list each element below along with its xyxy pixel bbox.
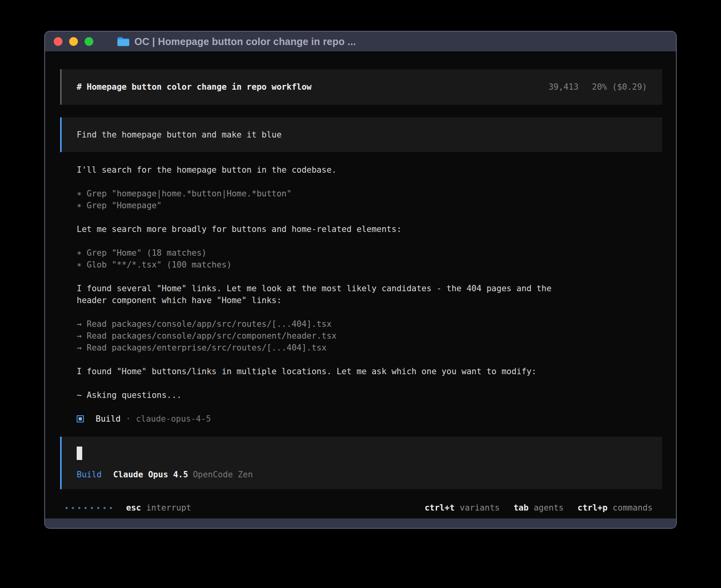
agent-badge: Build · claude-opus-4-5 xyxy=(77,413,662,425)
blank-line xyxy=(77,377,662,389)
assistant-text-line: ~ Asking questions... xyxy=(77,389,662,401)
composer-provider-label: OpenCode Zen xyxy=(193,469,253,481)
composer-model-label: Claude Opus 4.5 xyxy=(113,469,188,481)
status-bar: esc interrupt ctrl+t variants tab agents… xyxy=(66,502,662,514)
shortcut-key: ctrl+t xyxy=(425,502,455,514)
token-count: 39,413 xyxy=(549,81,579,93)
titlebar-title-group: OC | Homepage button color change in rep… xyxy=(117,36,356,47)
tool-call-line: → Read packages/console/app/src/routes/[… xyxy=(77,318,662,330)
composer-status-line: Build Claude Opus 4.5 OpenCode Zen xyxy=(77,469,647,481)
tool-call-line: ∗ Glob "**/*.tsx" (100 matches) xyxy=(77,259,662,271)
spinner-dots xyxy=(66,507,112,509)
agent-square-icon xyxy=(77,415,84,422)
assistant-text-line: I'll search for the homepage button in t… xyxy=(77,164,662,176)
spinner-dot xyxy=(85,507,87,509)
shortcut-action: variants xyxy=(460,502,500,514)
conversation: I'll search for the homepage button in t… xyxy=(77,164,662,413)
shortcut-key: ctrl+p xyxy=(578,502,608,514)
assistant-text-line: I found several "Home" links. Let me loo… xyxy=(77,283,662,294)
esc-key-hint: esc xyxy=(126,502,141,514)
shortcut-key: tab xyxy=(513,502,528,514)
shortcut-action: agents xyxy=(534,502,564,514)
status-bar-left: esc interrupt xyxy=(66,502,191,514)
esc-action-hint: interrupt xyxy=(146,502,191,514)
tool-call-line: → Read packages/enterprise/src/routes/[.… xyxy=(77,342,662,354)
window-title: OC | Homepage button color change in rep… xyxy=(134,36,356,47)
tool-call-line: → Read packages/console/app/src/componen… xyxy=(77,330,662,342)
shortcut-action: commands xyxy=(613,502,653,514)
spinner-dot xyxy=(91,507,93,509)
agent-badge-separator: · xyxy=(126,413,131,425)
text-cursor xyxy=(77,447,82,460)
tool-call-line: ∗ Grep "Homepage" xyxy=(77,200,662,211)
spinner-dot xyxy=(104,507,106,509)
terminal-window: OC | Homepage button color change in rep… xyxy=(44,31,677,529)
window-footer-strip xyxy=(45,518,676,528)
session-cost: ($0.29) xyxy=(612,81,647,93)
assistant-text-line: I found "Home" buttons/links in multiple… xyxy=(77,366,662,377)
folder-icon xyxy=(117,36,130,47)
user-message: Find the homepage button and make it blu… xyxy=(60,117,662,152)
prompt-input[interactable]: Build Claude Opus 4.5 OpenCode Zen xyxy=(60,437,662,489)
shortcut-agents: tab agents xyxy=(513,502,564,514)
terminal-content: # Homepage button color change in repo w… xyxy=(45,51,676,518)
context-percent: 20% xyxy=(592,81,607,93)
assistant-text-line: Let me search more broadly for buttons a… xyxy=(77,223,662,235)
user-message-text: Find the homepage button and make it blu… xyxy=(77,129,281,141)
blank-line xyxy=(77,401,662,413)
spinner-dot xyxy=(66,507,68,509)
session-header: # Homepage button color change in repo w… xyxy=(60,69,662,105)
agent-badge-label: Build xyxy=(96,413,121,425)
window-titlebar[interactable]: OC | Homepage button color change in rep… xyxy=(45,32,676,51)
blank-line xyxy=(77,306,662,318)
shortcut-commands: ctrl+p commands xyxy=(578,502,653,514)
tool-call-line: ∗ Grep "homepage|home.*button|Home.*butt… xyxy=(77,188,662,200)
session-stats: 39,413 20% ($0.29) xyxy=(549,81,647,93)
traffic-lights xyxy=(54,37,93,46)
session-title: # Homepage button color change in repo w… xyxy=(77,81,311,93)
blank-line xyxy=(77,354,662,366)
spinner-dot xyxy=(78,507,80,509)
shortcut-variants: ctrl+t variants xyxy=(425,502,500,514)
status-bar-right: ctrl+t variants tab agents ctrl+p comman… xyxy=(411,502,653,514)
agent-badge-model: claude-opus-4-5 xyxy=(136,413,211,425)
blank-line xyxy=(77,271,662,283)
blank-line xyxy=(77,176,662,188)
blank-line xyxy=(77,211,662,223)
composer-agent-label: Build xyxy=(77,469,102,481)
blank-line xyxy=(77,235,662,247)
minimize-button[interactable] xyxy=(69,37,78,46)
spinner-dot xyxy=(110,507,112,509)
assistant-text-line: header component which have "Home" links… xyxy=(77,294,662,306)
spinner-dot xyxy=(72,507,74,509)
spinner-dot xyxy=(97,507,99,509)
close-button[interactable] xyxy=(54,37,62,46)
zoom-button[interactable] xyxy=(85,37,93,46)
tool-call-line: ∗ Grep "Home" (18 matches) xyxy=(77,247,662,259)
